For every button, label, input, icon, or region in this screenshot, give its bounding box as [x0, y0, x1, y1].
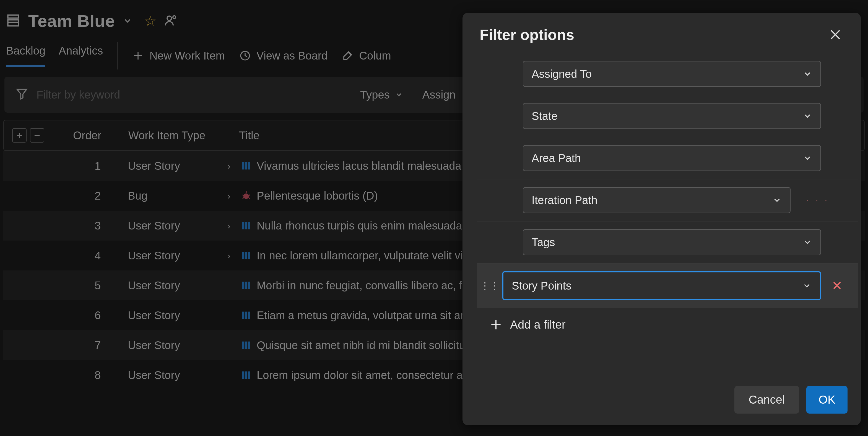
drag-handle-icon[interactable]: ⋮⋮ [485, 280, 495, 291]
filter-field-select[interactable]: Assigned To [523, 61, 821, 87]
filter-field-label: Iteration Path [532, 194, 597, 206]
filter-row: ⋮⋮State✕ [477, 95, 858, 137]
filter-field-label: Assigned To [532, 68, 592, 80]
panel-title: Filter options [479, 26, 574, 43]
filter-field-select[interactable]: State [523, 103, 821, 129]
filter-row: ⋮⋮Area Path✕ [477, 137, 858, 179]
remove-filter-button[interactable]: ✕ [829, 278, 845, 293]
filter-field-label: Area Path [532, 152, 581, 165]
drag-hint-icon: · · · [807, 196, 829, 205]
add-filter-label: Add a filter [510, 318, 566, 331]
filter-options-panel: Filter options ⋮⋮Assigned To✕⋮⋮State✕⋮⋮A… [463, 13, 861, 425]
panel-footer: Cancel OK [463, 378, 861, 425]
filter-field-label: Story Points [512, 280, 571, 292]
panel-body[interactable]: ⋮⋮Assigned To✕⋮⋮State✕⋮⋮Area Path✕⋮⋮Iter… [463, 53, 861, 378]
filter-row: ⋮⋮Assigned To✕ [477, 53, 858, 95]
filter-row: ⋮⋮Tags✕ [477, 222, 858, 264]
add-filter-button[interactable]: Add a filter [477, 308, 858, 342]
filter-field-select[interactable]: Iteration Path [523, 187, 790, 213]
filter-field-select[interactable]: Story Points [502, 271, 821, 300]
filter-field-select[interactable]: Tags [523, 229, 821, 255]
filter-field-label: State [532, 110, 557, 122]
filter-field-select[interactable]: Area Path [523, 145, 821, 171]
filter-row: ⋮⋮Story Points✕ [477, 264, 858, 308]
panel-header: Filter options [463, 13, 861, 53]
ok-button[interactable]: OK [806, 386, 847, 414]
cancel-button[interactable]: Cancel [735, 386, 799, 414]
filter-field-label: Tags [532, 236, 555, 249]
close-button[interactable] [827, 26, 844, 43]
filter-row: ⋮⋮Iteration Path· · ·✕ [477, 179, 858, 222]
